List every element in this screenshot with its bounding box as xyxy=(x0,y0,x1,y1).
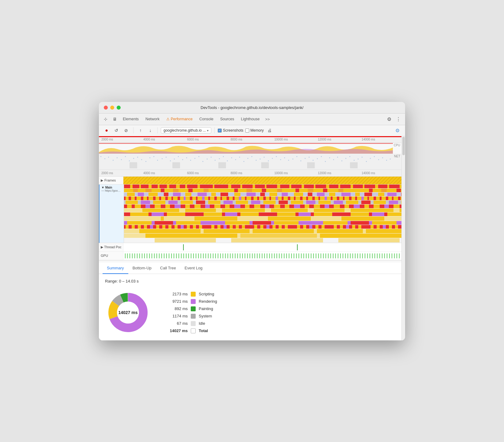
svg-rect-299 xyxy=(176,221,201,225)
svg-rect-247 xyxy=(274,204,280,208)
svg-rect-43 xyxy=(264,157,265,158)
frames-label: ▶ Frames xyxy=(99,177,123,184)
tab-summary[interactable]: Summary xyxy=(103,263,128,274)
svg-rect-443 xyxy=(296,253,297,258)
svg-rect-304 xyxy=(302,221,320,225)
svg-rect-396 xyxy=(181,253,182,258)
close-button[interactable] xyxy=(104,106,108,110)
frames-content[interactable] xyxy=(123,177,401,184)
maximize-button[interactable] xyxy=(117,106,121,110)
svg-rect-3 xyxy=(100,156,101,157)
svg-rect-12 xyxy=(137,157,138,158)
main-track-row: ▼ Main — https://google... xyxy=(99,185,401,243)
svg-rect-329 xyxy=(242,225,245,229)
svg-rect-360 xyxy=(204,229,250,233)
svg-rect-21 xyxy=(174,159,175,159)
main-content[interactable] xyxy=(124,185,401,243)
tab-event-log[interactable]: Event Log xyxy=(180,263,207,274)
gpu-content[interactable] xyxy=(123,252,401,260)
upload-button[interactable]: ↑ xyxy=(137,126,145,134)
minimize-button[interactable] xyxy=(110,106,114,110)
svg-rect-146 xyxy=(282,193,288,196)
svg-rect-137 xyxy=(173,193,181,196)
more-tabs-button[interactable]: >> xyxy=(263,117,272,122)
svg-rect-98 xyxy=(265,185,266,188)
main-panel: 2000 ms 4000 ms 6000 ms 8000 ms 10000 ms… xyxy=(99,136,405,340)
toolbar-settings-button[interactable]: ⚙ xyxy=(393,126,401,134)
svg-rect-40 xyxy=(251,156,252,157)
svg-rect-244 xyxy=(245,204,250,208)
tab-performance[interactable]: ⚠ Performance xyxy=(163,116,196,122)
legend: 2173 ms Scripting 9721 ms Rendering xyxy=(166,292,217,333)
screenshots-checkbox-label[interactable]: ✓ Screenshots xyxy=(218,128,243,133)
svg-rect-181 xyxy=(257,197,259,200)
thread-pool-chart xyxy=(123,243,401,251)
svg-rect-449 xyxy=(311,253,311,258)
svg-rect-336 xyxy=(285,225,288,229)
svg-rect-156 xyxy=(401,193,401,196)
svg-rect-483 xyxy=(394,253,395,258)
tab-network[interactable]: Network xyxy=(142,116,163,122)
svg-rect-224 xyxy=(334,200,343,204)
svg-rect-152 xyxy=(355,193,360,196)
painting-ms: 892 ms xyxy=(166,306,188,311)
svg-rect-399 xyxy=(188,253,189,258)
tab-lighthouse[interactable]: Lighthouse xyxy=(238,116,263,122)
svg-rect-165 xyxy=(159,197,161,200)
svg-rect-484 xyxy=(397,253,397,258)
tab-elements[interactable]: Elements xyxy=(120,116,142,122)
device-toolbar-icon[interactable]: 🖥 xyxy=(111,115,119,123)
svg-rect-263 xyxy=(142,208,179,212)
svg-rect-197 xyxy=(355,197,357,200)
svg-rect-183 xyxy=(269,197,271,200)
screenshots-checkbox[interactable]: ✓ xyxy=(218,129,222,133)
scrollbar-thumb[interactable] xyxy=(402,137,405,155)
cpu-chart xyxy=(99,143,401,154)
refresh-record-button[interactable]: ↺ xyxy=(112,126,120,134)
url-filter[interactable]: googlechrome.github.io ... ▾ xyxy=(161,127,211,133)
download-button[interactable]: ↓ xyxy=(146,126,154,134)
record-button[interactable]: ● xyxy=(103,126,111,134)
svg-rect-37 xyxy=(239,157,240,158)
svg-rect-144 xyxy=(260,193,265,196)
svg-rect-196 xyxy=(349,197,352,200)
svg-rect-351 xyxy=(377,225,380,229)
settings-icon[interactable]: ⚙ xyxy=(385,115,393,123)
svg-rect-73 xyxy=(386,160,387,161)
tab-bottom-up[interactable]: Bottom-Up xyxy=(128,263,156,274)
tab-sources[interactable]: Sources xyxy=(217,116,237,122)
memory-checkbox[interactable] xyxy=(245,129,249,133)
tab-call-tree[interactable]: Call Tree xyxy=(156,263,180,274)
svg-rect-209 xyxy=(126,200,138,204)
legend-rendering: 9721 ms Rendering xyxy=(166,299,217,304)
svg-rect-6 xyxy=(113,160,114,161)
svg-rect-25 xyxy=(190,160,191,161)
thread-pool-content[interactable] xyxy=(123,243,401,251)
svg-rect-226 xyxy=(361,200,370,204)
memory-checkbox-label[interactable]: Memory xyxy=(245,128,264,133)
svg-rect-418 xyxy=(235,253,235,258)
svg-rect-171 xyxy=(196,197,197,200)
svg-rect-180 xyxy=(251,197,254,200)
clear-button[interactable]: ⊘ xyxy=(122,126,130,134)
system-label: System xyxy=(199,314,212,318)
svg-rect-245 xyxy=(254,204,260,208)
gpu-track-row: GPU xyxy=(99,252,401,260)
svg-rect-302 xyxy=(253,221,271,225)
svg-rect-433 xyxy=(272,253,272,258)
svg-rect-477 xyxy=(379,253,380,258)
pointer-icon[interactable]: ⊹ xyxy=(101,115,110,123)
svg-rect-240 xyxy=(205,204,210,208)
svg-rect-145 xyxy=(269,193,277,196)
svg-rect-409 xyxy=(213,253,213,258)
svg-rect-421 xyxy=(242,253,243,258)
svg-rect-363 xyxy=(366,229,401,233)
printer-button[interactable]: 🖨 xyxy=(265,126,273,134)
svg-rect-446 xyxy=(303,253,304,258)
svg-rect-216 xyxy=(224,200,233,204)
scrollbar[interactable] xyxy=(401,136,405,340)
svg-rect-376 xyxy=(132,253,133,258)
tab-console[interactable]: Console xyxy=(196,116,216,122)
more-options-icon[interactable]: ⋮ xyxy=(394,115,403,123)
svg-rect-457 xyxy=(330,253,331,258)
